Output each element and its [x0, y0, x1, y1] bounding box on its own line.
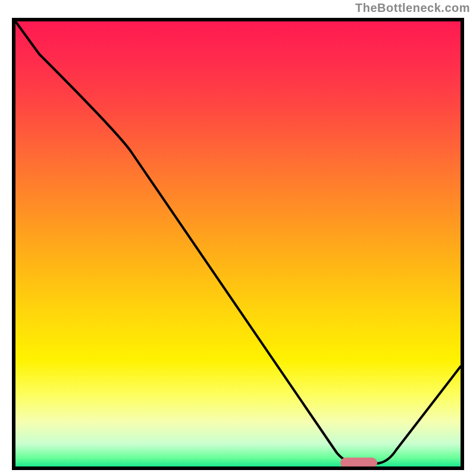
plot-area: [12, 18, 464, 470]
curve-svg: [15, 21, 461, 466]
curve-path: [15, 21, 461, 464]
chart-container: [12, 18, 464, 470]
minimum-marker: [340, 458, 377, 468]
watermark-text: TheBottleneck.com: [355, 1, 470, 15]
